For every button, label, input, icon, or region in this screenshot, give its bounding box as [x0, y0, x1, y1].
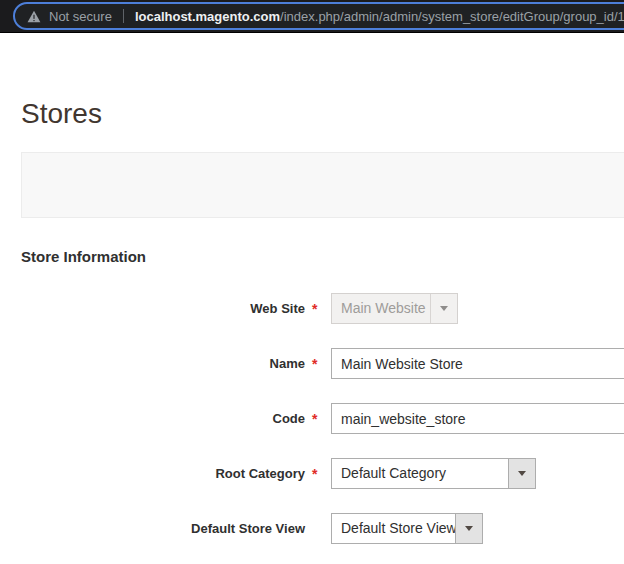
section-title-store-information: Store Information: [21, 248, 624, 266]
code-label: Code: [21, 411, 305, 426]
root-category-select[interactable]: Default Category: [331, 458, 536, 489]
name-input[interactable]: [331, 348, 624, 379]
field-row-name: Name *: [21, 348, 624, 379]
not-secure-warning-icon[interactable]: [27, 10, 41, 23]
omnibox-separator: [123, 9, 124, 23]
chevron-down-icon: [430, 294, 457, 323]
root-category-select-value: Default Category: [332, 459, 508, 488]
url-path: /index.php/admin/admin/system_store/edit…: [280, 9, 624, 24]
field-row-website: Web Site * Main Website: [21, 293, 624, 324]
name-label: Name: [21, 356, 305, 371]
code-required-mark: *: [305, 411, 331, 427]
root-category-label: Root Category: [21, 466, 305, 481]
default-store-view-select-value: Default Store View: [332, 514, 455, 543]
website-required-mark: *: [305, 301, 331, 317]
url-text[interactable]: localhost.magento.com/index.php/admin/ad…: [135, 9, 624, 24]
security-status-label[interactable]: Not secure: [49, 9, 112, 24]
page-title: Stores: [21, 97, 624, 131]
root-category-required-mark: *: [305, 466, 331, 482]
code-input[interactable]: [331, 403, 624, 434]
default-store-view-label: Default Store View: [21, 521, 305, 536]
website-label: Web Site: [21, 301, 305, 316]
field-row-code: Code *: [21, 403, 624, 434]
website-select: Main Website: [331, 293, 458, 324]
field-row-root-category: Root Category * Default Category: [21, 458, 624, 489]
name-required-mark: *: [305, 356, 331, 372]
website-select-value: Main Website: [332, 294, 430, 323]
admin-page: Stores Store Information Web Site * Main…: [0, 97, 624, 544]
field-row-default-store-view: Default Store View Default Store View: [21, 513, 624, 544]
chevron-down-icon[interactable]: [455, 514, 482, 543]
default-store-view-select[interactable]: Default Store View: [331, 513, 483, 544]
url-domain: localhost.magento.com: [135, 9, 280, 24]
browser-toolbar: Not secure localhost.magento.com/index.p…: [0, 0, 624, 33]
chevron-down-icon[interactable]: [508, 459, 535, 488]
address-bar[interactable]: Not secure localhost.magento.com/index.p…: [13, 2, 624, 30]
store-information-form: Web Site * Main Website Name * Code * Ro…: [21, 293, 624, 544]
page-actions-panel: [21, 152, 624, 218]
